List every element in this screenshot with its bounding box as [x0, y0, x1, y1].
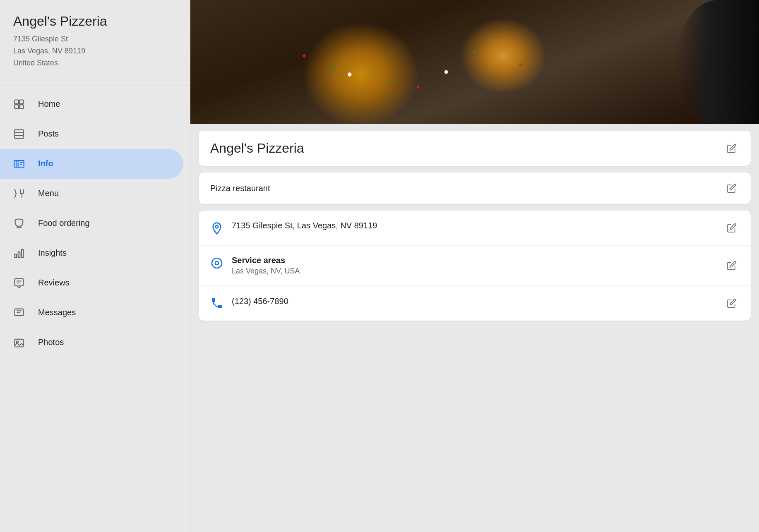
phone-row: (123) 456-7890 — [199, 286, 751, 321]
sidebar-item-info[interactable]: Info — [0, 149, 183, 179]
cards-container: Angel's Pizzeria Pizza restaurant — [190, 124, 759, 327]
svg-rect-0 — [15, 100, 19, 103]
business-name-card: Angel's Pizzeria — [199, 131, 751, 166]
address-row: 7135 Gilespie St, Las Vegas, NV 89119 — [199, 211, 751, 246]
edit-service-areas-button[interactable] — [724, 258, 739, 273]
home-icon — [12, 97, 26, 112]
svg-rect-13 — [15, 254, 17, 257]
menu-icon — [12, 186, 26, 201]
sidebar-address-line2: Las Vegas, NV 89119 — [13, 47, 85, 55]
pizza-scene-bg — [190, 0, 759, 124]
svg-rect-19 — [15, 309, 24, 315]
edit-phone-button[interactable] — [724, 296, 739, 311]
sidebar-item-insights-label: Insights — [38, 248, 67, 258]
sidebar-item-reviews-label: Reviews — [38, 278, 70, 288]
insights-icon — [12, 246, 26, 261]
food-ordering-icon — [12, 216, 26, 231]
sidebar-header: Angel's Pizzeria 7135 Gilespie St Las Ve… — [0, 13, 190, 82]
sidebar-item-posts-label: Posts — [38, 129, 59, 139]
service-areas-left: Service areas Las Vegas, NV, USA — [210, 256, 724, 276]
svg-rect-4 — [15, 129, 24, 138]
svg-point-24 — [216, 225, 219, 228]
svg-rect-14 — [18, 252, 20, 257]
svg-rect-22 — [15, 339, 24, 347]
address-text: 7135 Gilespie St, Las Vegas, NV 89119 — [232, 221, 377, 230]
sidebar-item-insights[interactable]: Insights — [0, 238, 183, 268]
reviews-icon — [12, 276, 26, 290]
svg-rect-7 — [14, 161, 24, 167]
service-areas-value: Las Vegas, NV, USA — [232, 267, 300, 276]
category-text: Pizza restaurant — [210, 184, 270, 193]
photos-icon — [12, 335, 26, 350]
main-content: Angel's Pizzeria Pizza restaurant — [190, 0, 759, 532]
svg-rect-1 — [19, 100, 23, 103]
svg-point-25 — [212, 258, 222, 268]
contact-info-card: 7135 Gilespie St, Las Vegas, NV 89119 — [199, 211, 751, 321]
posts-icon — [12, 127, 26, 141]
service-areas-label: Service areas — [232, 256, 300, 265]
sidebar-item-food-ordering-label: Food ordering — [38, 218, 90, 228]
dark-cylinder — [676, 0, 759, 124]
category-card: Pizza restaurant — [199, 173, 751, 204]
hero-image — [190, 0, 759, 124]
phone-text: (123) 456-7890 — [232, 297, 288, 306]
sidebar-address-line3: United States — [13, 59, 58, 67]
service-areas-row: Service areas Las Vegas, NV, USA — [199, 246, 751, 286]
sidebar-item-home-label: Home — [38, 99, 60, 109]
sidebar-item-messages[interactable]: Messages — [0, 298, 183, 328]
edit-address-button[interactable] — [724, 220, 739, 235]
sidebar-item-posts[interactable]: Posts — [0, 119, 183, 149]
edit-business-name-button[interactable] — [724, 141, 739, 156]
sidebar: Angel's Pizzeria 7135 Gilespie St Las Ve… — [0, 0, 190, 532]
service-area-icon — [210, 256, 223, 270]
sidebar-item-photos[interactable]: Photos — [0, 328, 183, 357]
sidebar-divider — [0, 86, 190, 86]
phone-left: (123) 456-7890 — [210, 297, 724, 310]
info-icon — [12, 156, 26, 171]
sidebar-item-reviews[interactable]: Reviews — [0, 268, 183, 298]
location-pin-icon — [210, 222, 223, 235]
sidebar-item-food-ordering[interactable]: Food ordering — [0, 208, 183, 238]
svg-rect-15 — [22, 249, 24, 257]
sidebar-item-messages-label: Messages — [38, 308, 76, 317]
pizza-toppings — [190, 0, 759, 124]
sidebar-business-name: Angel's Pizzeria — [13, 13, 177, 29]
sidebar-item-photos-label: Photos — [38, 338, 64, 347]
edit-category-button[interactable] — [724, 181, 739, 196]
messages-icon — [12, 305, 26, 320]
address-left: 7135 Gilespie St, Las Vegas, NV 89119 — [210, 221, 724, 235]
phone-icon — [210, 297, 223, 310]
svg-point-26 — [215, 261, 219, 265]
sidebar-item-menu[interactable]: Menu — [0, 179, 183, 208]
sidebar-item-menu-label: Menu — [38, 189, 59, 198]
sidebar-address-line1: 7135 Gilespie St — [13, 35, 68, 43]
svg-rect-16 — [15, 278, 24, 286]
sidebar-address: 7135 Gilespie St Las Vegas, NV 89119 Uni… — [13, 33, 177, 69]
svg-rect-2 — [15, 105, 19, 108]
business-name-text: Angel's Pizzeria — [210, 141, 304, 156]
service-areas-text-block: Service areas Las Vegas, NV, USA — [232, 256, 300, 276]
svg-rect-3 — [19, 105, 23, 108]
sidebar-item-info-label: Info — [38, 159, 53, 168]
sidebar-item-home[interactable]: Home — [0, 89, 183, 119]
business-name-row: Angel's Pizzeria — [210, 141, 739, 156]
